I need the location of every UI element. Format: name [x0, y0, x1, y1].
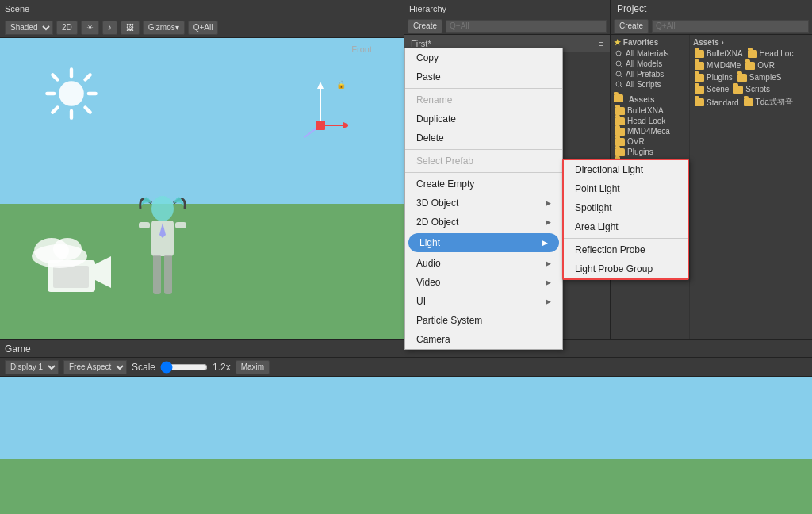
display-select[interactable]: Display 1 — [5, 360, 59, 374]
ctx-paste[interactable]: Paste — [405, 67, 562, 86]
svg-line-30 — [621, 55, 623, 57]
svg-line-32 — [621, 65, 623, 67]
asset-right-plugins[interactable]: Plugins — [693, 72, 734, 82]
2d-button[interactable]: 2D — [56, 21, 78, 35]
light-submenu-area[interactable]: Area Light — [564, 217, 688, 236]
ctx-audio[interactable]: Audio ▶ — [405, 254, 562, 273]
ctx-camera[interactable]: Camera — [405, 330, 562, 349]
fav-models-label: All Models — [626, 59, 662, 68]
fav-item-models[interactable]: All Models — [614, 59, 686, 69]
ctx-copy[interactable]: Copy — [405, 48, 562, 67]
asset-right-ovr[interactable]: OVR — [744, 60, 776, 71]
asset-ovr[interactable]: OVR — [614, 136, 686, 147]
star-icon: ★ — [614, 38, 621, 47]
fav-item-prefabs[interactable]: All Prefabs — [614, 69, 686, 79]
image-button[interactable]: 🖼 — [121, 21, 140, 35]
asset-right-mmd4me[interactable]: MMD4Me — [693, 60, 742, 71]
svg-marker-17 — [95, 256, 111, 288]
folder-mmd4meca — [615, 128, 625, 136]
project-search[interactable] — [652, 20, 809, 33]
asset-right-bulletxna[interactable]: BulletXNA — [693, 48, 745, 59]
scale-label: Scale — [132, 362, 155, 373]
svg-rect-18 — [53, 266, 89, 288]
aspect-select[interactable]: Free Aspect — [63, 360, 127, 374]
light-submenu-point[interactable]: Point Light — [564, 179, 688, 198]
svg-line-7 — [86, 75, 90, 79]
ctx-rename: Rename — [405, 90, 562, 109]
hierarchy-toolbar: Create — [404, 17, 610, 35]
asset-plugins[interactable]: Plugins — [614, 147, 686, 157]
clouds-icon — [28, 228, 91, 268]
hierarchy-title: Hierarchy — [409, 4, 446, 13]
asset-right-scripts[interactable]: Scripts — [732, 84, 772, 94]
game-viewport — [0, 377, 812, 514]
gizmos-button[interactable]: Gizmos ▾ — [143, 21, 185, 35]
ctx-duplicate[interactable]: Duplicate — [405, 109, 562, 128]
asset-right-standard[interactable]: Standard — [693, 96, 741, 109]
svg-point-35 — [616, 82, 621, 86]
light-submenu-probe-group[interactable]: Light Probe Group — [564, 259, 688, 278]
assets-right-title: Assets › — [693, 38, 809, 47]
fav-materials-label: All Materials — [626, 49, 668, 58]
svg-rect-25 — [175, 222, 186, 228]
asset-right-headloc[interactable]: Head Loc — [746, 48, 795, 59]
shaded-dropdown[interactable]: Shaded — [5, 21, 53, 35]
scene-header: Scene — [0, 0, 404, 17]
scene-front-label: Front — [351, 44, 372, 54]
folder-icon-assets — [614, 94, 623, 102]
audio-button[interactable]: ♪ — [102, 21, 117, 35]
character-icon — [123, 189, 202, 324]
svg-line-6 — [86, 108, 90, 113]
asset-headlook[interactable]: Head Look — [614, 116, 686, 126]
search-icon — [615, 50, 623, 58]
svg-point-19 — [151, 196, 174, 221]
game-toolbar: Display 1 Free Aspect Scale 1.2x Maxim — [0, 358, 812, 377]
maximize-btn[interactable]: Maxim — [236, 360, 270, 374]
fav-item-materials[interactable]: All Materials — [614, 48, 686, 59]
hierarchy-create-btn[interactable]: Create — [408, 19, 442, 33]
all-button[interactable]: Q+All — [188, 21, 219, 35]
search-icon-4 — [615, 81, 623, 89]
hierarchy-search[interactable] — [446, 20, 607, 33]
ctx-video[interactable]: Video ▶ — [405, 273, 562, 292]
fav-item-scripts[interactable]: All Scripts — [614, 79, 686, 90]
ctx-light[interactable]: Light ▶ — [408, 233, 559, 252]
ctx-delete[interactable]: Delete — [405, 128, 562, 148]
sun-button[interactable]: ☀ — [81, 21, 99, 35]
ctx-sep-1 — [405, 88, 562, 89]
folder-ovr — [615, 138, 625, 146]
light-submenu-directional[interactable]: Directional Light — [564, 160, 688, 179]
project-create-btn[interactable]: Create — [614, 19, 649, 33]
ctx-3d-object[interactable]: 3D Object ▶ — [405, 194, 562, 213]
folder-r-ovr — [745, 62, 755, 70]
sun-icon — [44, 66, 99, 121]
asset-right-scene[interactable]: Scene — [693, 84, 730, 94]
ctx-2d-arrow: ▶ — [546, 218, 551, 226]
asset-mmd4meca[interactable]: MMD4Meca — [614, 126, 686, 136]
ctx-particle-system[interactable]: Particle System — [405, 311, 562, 330]
scale-slider[interactable] — [160, 362, 208, 373]
project-title: Project — [617, 3, 646, 14]
folder-r-scene — [695, 86, 704, 94]
light-submenu-reflection[interactable]: Reflection Probe — [564, 240, 688, 259]
folder-bulletxna — [615, 107, 625, 115]
folder-headlook — [615, 117, 625, 125]
context-menu: Copy Paste Rename Duplicate Delete Selec… — [404, 48, 563, 350]
ctx-light-arrow: ▶ — [542, 239, 548, 247]
ctx-create-empty[interactable]: Create Empty — [405, 175, 562, 194]
asset-right-samples[interactable]: SampleS — [736, 72, 783, 82]
ctx-select-prefab: Select Prefab — [405, 152, 562, 171]
asset-right-tda[interactable]: Tda式初音 — [742, 96, 795, 109]
svg-line-36 — [621, 86, 623, 88]
folder-r-tda — [744, 98, 753, 106]
svg-marker-12 — [343, 122, 348, 128]
svg-rect-24 — [139, 222, 150, 228]
ctx-ui[interactable]: UI ▶ — [405, 292, 562, 311]
folder-r-scripts — [733, 86, 743, 94]
asset-bulletxna[interactable]: BulletXNA — [614, 105, 686, 116]
svg-rect-14 — [316, 121, 325, 130]
game-title: Game — [5, 343, 31, 355]
ctx-2d-object[interactable]: 2D Object ▶ — [405, 213, 562, 232]
fav-prefabs-label: All Prefabs — [626, 70, 664, 79]
light-submenu-spotlight[interactable]: Spotlight — [564, 198, 688, 217]
